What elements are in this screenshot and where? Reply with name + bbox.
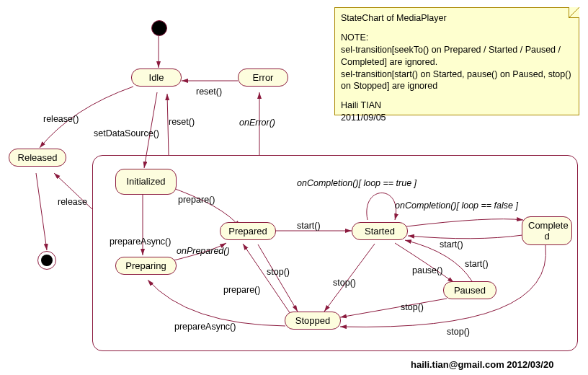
- note-author: Haili TIAN: [341, 100, 573, 112]
- label-start1: start(): [297, 221, 321, 231]
- label-oncomp-true: onCompletion()[ loop == true ]: [297, 178, 416, 188]
- label-stop4: stop(): [447, 327, 470, 337]
- label-onerror: onError(): [239, 118, 275, 128]
- label-onprepared: onPrepared(): [177, 246, 230, 256]
- state-error: Error: [238, 69, 288, 87]
- note-line1: sel-transition[seekTo() on Prepared / St…: [341, 44, 573, 69]
- footer-text: haili.tian@gmail.com 2012/03/20: [411, 359, 553, 370]
- state-initialized: Initialized: [115, 169, 177, 195]
- note-title: StateChart of MediaPlayer: [341, 12, 573, 25]
- label-start3: start(): [465, 259, 489, 269]
- label-stop2: stop(): [333, 278, 356, 288]
- label-stop1: stop(): [267, 267, 290, 277]
- label-stop3: stop(): [401, 302, 424, 312]
- state-started: Started: [352, 222, 408, 240]
- label-setdatasource: setDataSource(): [94, 128, 159, 138]
- label-prepareasync2: prepareAsync(): [174, 322, 236, 332]
- label-oncomp-false: onCompletion()[ loop == false ]: [395, 200, 518, 211]
- label-prepareasync1: prepareAsync(): [110, 237, 171, 247]
- state-paused: Paused: [443, 281, 496, 299]
- note-header: NOTE:: [341, 32, 573, 44]
- label-reset1: reset(): [196, 87, 222, 97]
- label-prepare1: prepare(): [178, 195, 215, 205]
- label-prepare2: prepare(): [223, 285, 260, 295]
- state-preparing: Preparing: [115, 257, 177, 275]
- note-date: 2011/09/05: [341, 112, 573, 124]
- label-reset2: reset(): [169, 117, 195, 127]
- state-stopped: Stopped: [285, 312, 341, 330]
- label-release-short: release: [58, 197, 87, 207]
- state-prepared: Prepared: [220, 222, 276, 240]
- note-fold-icon: [569, 7, 579, 18]
- label-start2: start(): [440, 239, 463, 250]
- initial-pseudostate: [151, 20, 167, 36]
- state-completed: Complete d: [522, 216, 572, 245]
- state-released: Released: [9, 149, 66, 167]
- note-box: StateChart of MediaPlayer NOTE: sel-tran…: [334, 7, 579, 115]
- state-idle: Idle: [131, 69, 182, 87]
- note-line2: sel-transition[start() on Started, pause…: [341, 69, 573, 93]
- label-release: release(): [43, 114, 79, 124]
- label-pause: pause(): [412, 265, 442, 275]
- final-pseudostate: [37, 251, 56, 270]
